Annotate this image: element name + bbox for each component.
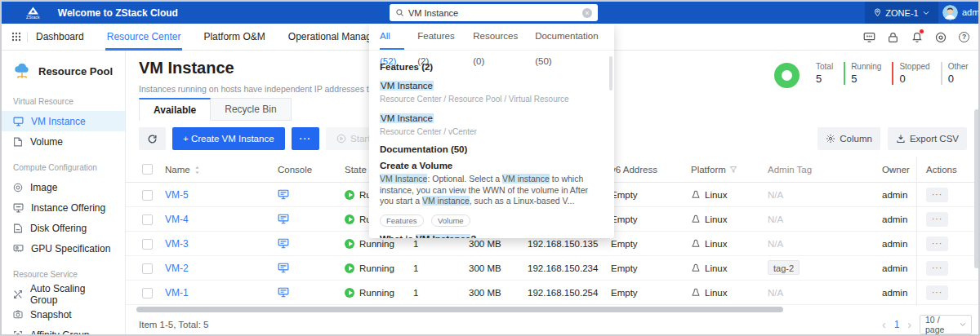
console-icon[interactable] [278,189,289,201]
sidebar-item-vm-instance[interactable]: VM Instance [2,111,125,131]
search-result-doc[interactable]: What is VM Instance? What is VM Instance… [380,234,604,238]
more-actions-button[interactable]: ··· [292,127,320,150]
lock-icon[interactable] [887,31,899,43]
search-result-feature[interactable]: VM Instance Resource Center / Resource P… [380,77,604,104]
record-icon[interactable] [934,31,947,43]
refresh-icon [147,134,158,144]
search-tab-resources[interactable]: Resources (0) [473,24,522,50]
search-result-feature[interactable]: VM Instance Resource Center / vCenter [380,110,604,136]
row-checkbox[interactable] [142,239,153,250]
vm-name-link[interactable]: VM-4 [165,207,189,232]
column-header-actions: Actions [926,157,957,183]
row-actions-button[interactable]: ··· [926,237,948,251]
user-name[interactable]: admin [962,2,980,24]
console-icon[interactable] [278,238,289,250]
sidebar-item-disk-offering[interactable]: Disk Offering [2,218,125,238]
admin-tag-cell: N/A [768,232,783,256]
search-result-doc[interactable]: Create a Volume VM Instance: Optional. S… [380,161,604,227]
row-checkbox[interactable] [142,288,153,298]
sort-icon[interactable] [194,166,201,175]
notification-badge [920,29,924,33]
sidebar-item-snapshot[interactable]: Snapshot [2,304,125,325]
affinity-group-icon [13,330,23,336]
bell-icon[interactable] [911,31,923,43]
column-header-platform[interactable]: Platform [691,157,737,183]
sidebar-item-affinity-group[interactable]: Affinity Group [2,325,125,336]
platform-cell: Linux [691,281,728,305]
global-search-input[interactable] [408,8,578,18]
vm-name-link[interactable]: VM-3 [165,232,189,256]
row-actions-button[interactable]: ··· [926,261,948,276]
nav-resource-center[interactable]: Resource Center [107,24,181,51]
disk-offering-icon [13,223,23,233]
sidebar-item-auto-scaling-group[interactable]: Auto Scaling Group [2,284,125,304]
sidebar-item-image[interactable]: Image [2,177,125,197]
vertical-scrollbar[interactable] [974,109,979,268]
create-vm-instance-button[interactable]: + Create VM Instance [172,127,285,150]
search-tab-all[interactable]: All (52) [380,24,404,50]
nav-dashboard[interactable]: Dashboard [36,24,84,51]
nav-platform-om[interactable]: Platform O&M [203,24,265,51]
result-title[interactable]: VM Instance [380,81,434,91]
console-terminal-icon[interactable] [863,31,875,43]
apps-grid-icon[interactable] [11,32,21,42]
clear-search-icon[interactable]: × [582,8,592,18]
row-actions-button[interactable]: ··· [926,285,948,300]
admin-tag-pill: tag-2 [768,260,800,275]
search-tab-documentation[interactable]: Documentation (50) [535,24,604,50]
linux-icon [691,288,701,297]
sidebar-item-volume[interactable]: Volume [2,131,125,152]
result-title[interactable]: VM Instance [380,113,434,123]
help-icon[interactable]: ? [958,31,970,43]
select-all-checkbox[interactable] [142,164,153,175]
global-search-box[interactable]: × [390,4,598,21]
next-page-button[interactable]: › [907,318,911,331]
column-header-ipv6: v6 Address [611,157,657,183]
refresh-button[interactable] [139,127,166,150]
tab-recycle-bin[interactable]: Recycle Bin [211,98,291,121]
prev-page-button[interactable]: ‹ [882,318,886,331]
table-row-vm-1[interactable]: VM-1 Running 1 300 MB 192.168.150.254 Em… [126,281,980,305]
owner-cell: admin [882,256,907,281]
console-icon[interactable] [278,287,289,298]
column-button[interactable]: Column [817,127,880,150]
panel-scrollbar[interactable] [609,56,612,91]
export-csv-button[interactable]: Export CSV [888,127,967,150]
search-icon [395,8,404,17]
console-icon[interactable] [278,214,289,225]
column-header-admin-tag[interactable]: Admin Tag [768,157,895,183]
admin-tag-cell: N/A [768,183,783,207]
table-toolbar-right: Column Export CSV [817,127,967,150]
table-row-vm-2[interactable]: VM-2 Running 1 300 MB 192.168.150.234 Em… [126,256,980,281]
search-tab-features[interactable]: Features (2) [417,24,460,50]
zone-selector[interactable]: ZONE-1 [865,2,938,24]
ipv6-cell: Empty [611,232,638,256]
sidebar-item-instance-offering[interactable]: Instance Offering [2,197,125,218]
linux-icon [691,263,701,272]
page-number[interactable]: 1 [894,319,900,330]
avatar[interactable] [942,5,958,20]
vm-name-link[interactable]: VM-1 [165,281,189,305]
console-icon[interactable] [278,263,289,274]
row-checkbox[interactable] [142,190,153,201]
vm-name-link[interactable]: VM-2 [165,256,189,281]
sidebar-item-gpu-specification[interactable]: GPU Specification [2,238,125,259]
vm-name-link[interactable]: VM-5 [165,183,189,207]
filter-icon[interactable] [729,166,737,174]
column-header-owner: Owner [882,157,910,183]
memory-cell: 300 MB [469,281,501,305]
doc-title[interactable]: What is VM Instance? [380,234,604,238]
horizontal-scrollbar[interactable] [136,307,783,312]
ip-cell: 192.168.150.254 [528,281,598,305]
row-actions-button[interactable]: ··· [926,188,948,202]
row-actions-button[interactable]: ··· [926,212,948,227]
features-section-heading: Features (2) [380,62,604,72]
row-checkbox[interactable] [142,263,153,274]
row-checkbox[interactable] [142,214,153,225]
doc-title[interactable]: Create a Volume [380,161,604,170]
column-header-name[interactable]: Name [165,157,201,183]
page-title: VM Instance [139,59,234,77]
platform-cell: Linux [691,256,728,281]
tab-available[interactable]: Available [139,98,211,121]
page-size-select[interactable]: 10 / page [920,315,972,334]
